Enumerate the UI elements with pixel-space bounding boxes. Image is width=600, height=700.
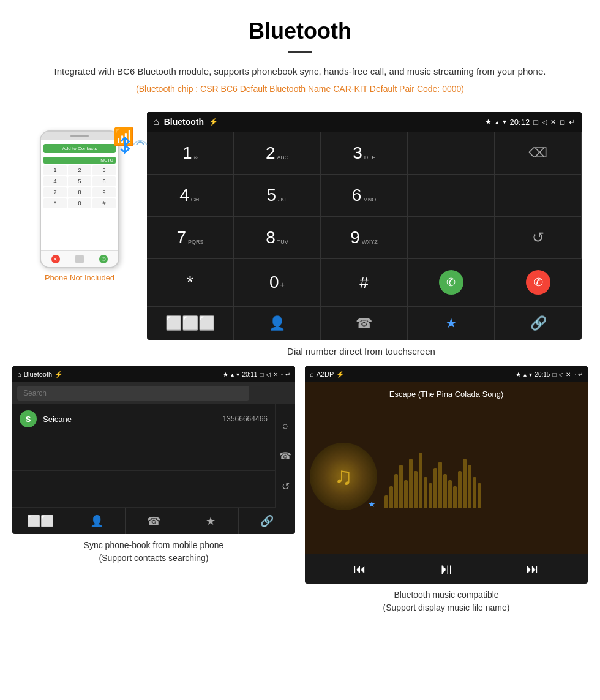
phonebook-right-actions: ⌕ ☎ ↺	[275, 404, 295, 508]
phonebook-search-input[interactable]	[17, 386, 249, 401]
pb-x-icon: ✕	[273, 371, 278, 378]
dial-key-1[interactable]: 1∞	[147, 132, 234, 175]
phonebook-contact-name: Seicane	[43, 415, 223, 424]
ms-back-icon: ↵	[578, 371, 583, 378]
dial-key-7[interactable]: 7PQRS	[147, 217, 234, 259]
home-icon: ⌂	[153, 116, 159, 127]
dial-key-8[interactable]: 8TUV	[234, 217, 321, 259]
bottom-screenshots: ⌂ Bluetooth ⚡ ★ ▴ ▾ 20:11 □ ◁ ✕ ▫ ↵	[0, 366, 600, 627]
phonebook-screen[interactable]: ⌂ Bluetooth ⚡ ★ ▴ ▾ 20:11 □ ◁ ✕ ▫ ↵	[12, 366, 295, 534]
music-block: ⌂ A2DP ⚡ ★ ▴ ▾ 20:15 □ ◁ ✕ ▫ ↵ Esc	[305, 366, 588, 614]
nav-person-btn[interactable]: 👤	[234, 307, 321, 340]
header-divider	[288, 51, 312, 53]
pb-refresh-action-icon[interactable]: ↺	[279, 481, 291, 492]
phonebook-empty-row-2	[12, 471, 275, 508]
music-song-name: Escape (The Pina Colada Song)	[389, 390, 503, 399]
dial-time: 20:12	[510, 118, 530, 127]
pb-app-name: Bluetooth	[24, 371, 52, 378]
pb-status-right: ★ ▴ ▾ 20:11 □ ◁ ✕ ▫ ↵	[223, 371, 290, 378]
nav-bluetooth-btn[interactable]: ★	[408, 307, 495, 340]
music-disc: ♫	[310, 443, 377, 510]
phonebook-caption: Sync phone-book from mobile phone (Suppo…	[12, 534, 295, 565]
eq-bar	[394, 474, 398, 508]
eq-bar	[429, 483, 432, 508]
eq-bar	[458, 471, 462, 508]
dial-key-5[interactable]: 5JKL	[234, 175, 321, 217]
pb-nav-phone[interactable]: ☎	[126, 508, 182, 534]
music-prev-btn[interactable]: ⏮	[354, 562, 366, 576]
phonebook-contact-row[interactable]: S Seicane 13566664466	[12, 404, 275, 434]
ms-app-name: A2DP	[317, 371, 334, 378]
dial-key-hash[interactable]: #	[321, 259, 408, 306]
dial-call-red-btn[interactable]: ✆	[495, 259, 582, 306]
location-icon: ▴	[495, 118, 499, 126]
ms-status-right: ★ ▴ ▾ 20:15 □ ◁ ✕ ▫ ↵	[516, 371, 583, 378]
volume-icon: ◁	[542, 118, 547, 126]
pb-search-action-icon[interactable]: ⌕	[279, 420, 291, 431]
back-icon: ↵	[569, 118, 576, 127]
pb-nav-person[interactable]: 👤	[69, 508, 126, 534]
phonebook-contacts: S Seicane 13566664466	[12, 404, 275, 508]
ms-loc-icon: ▴	[523, 371, 527, 378]
music-controls[interactable]: ⏮ ⏯ ⏭	[305, 554, 588, 584]
pb-nav-bt[interactable]: ★	[182, 508, 239, 534]
dialpad-grid[interactable]: 1∞ 2ABC 3DEF ⌫ 4GHI 5JKL	[147, 132, 582, 306]
phonebook-avatar: S	[20, 410, 37, 427]
dial-call-green-btn[interactable]: ✆	[408, 259, 495, 306]
pb-wifi-icon: ▾	[236, 371, 239, 378]
eq-bar	[443, 474, 447, 508]
phone-dialpad: 123 456 789 *0#	[43, 165, 116, 208]
music-screen[interactable]: ⌂ A2DP ⚡ ★ ▴ ▾ 20:15 □ ◁ ✕ ▫ ↵ Esc	[305, 366, 588, 584]
dial-key-6[interactable]: 6MNO	[321, 175, 408, 217]
ms-status-left: ⌂ A2DP ⚡	[310, 371, 345, 378]
dial-empty-1	[408, 132, 495, 175]
music-next-btn[interactable]: ⏭	[527, 562, 539, 576]
pb-time: 20:11	[242, 371, 257, 378]
dial-status-right: ★ ▴ ▾ 20:12 □ ◁ ✕ ◻ ↵	[485, 118, 576, 127]
eq-bar	[389, 486, 393, 508]
page-header: Bluetooth Integrated with BC6 Bluetooth …	[0, 0, 600, 106]
eq-bar	[438, 462, 442, 508]
dial-refresh-btn[interactable]: ↺	[495, 217, 582, 259]
wifi-icon: ▾	[503, 118, 506, 126]
svg-marker-1	[125, 138, 129, 145]
dial-empty-2	[408, 175, 495, 217]
phonebook-bottom-nav[interactable]: ⬜⬜ 👤 ☎ ★ 🔗	[12, 508, 295, 534]
header-description: Integrated with BC6 Bluetooth module, su…	[37, 64, 563, 79]
music-play-pause-btn[interactable]: ⏯	[439, 560, 454, 578]
pb-status-left: ⌂ Bluetooth ⚡	[17, 371, 63, 378]
eq-bar	[448, 480, 452, 508]
ms-time: 20:15	[534, 371, 550, 378]
dial-key-star[interactable]: *	[147, 259, 234, 306]
phonebook-empty-row-1	[12, 434, 275, 471]
dial-key-3[interactable]: 3DEF	[321, 132, 408, 175]
dial-key-0[interactable]: 0 +	[234, 259, 321, 306]
pb-sq-icon: ▫	[280, 371, 283, 378]
music-note-icon: ♫	[334, 462, 353, 490]
phone-moto-label: MOTO	[43, 157, 116, 164]
eq-bar	[463, 459, 467, 508]
pb-call-action-icon[interactable]: ☎	[279, 450, 291, 462]
pb-nav-grid[interactable]: ⬜⬜	[12, 508, 69, 534]
music-caption: Bluetooth music compatible (Support disp…	[305, 584, 588, 614]
nav-phone-btn[interactable]: ☎	[321, 307, 408, 340]
dial-key-4[interactable]: 4GHI	[147, 175, 234, 217]
ms-usb-icon: ⚡	[336, 371, 345, 378]
dial-backspace-btn[interactable]: ⌫	[495, 132, 582, 175]
dial-status-bar: ⌂ Bluetooth ⚡ ★ ▴ ▾ 20:12 □ ◁ ✕ ◻ ↵	[147, 112, 582, 132]
signal-arcs-icon	[132, 134, 150, 155]
dial-key-9[interactable]: 9WXYZ	[321, 217, 408, 259]
eq-bar	[478, 483, 481, 508]
phonebook-search-bar[interactable]	[12, 382, 295, 404]
nav-link-btn[interactable]: 🔗	[495, 307, 582, 340]
dial-bottom-nav[interactable]: ⬜⬜⬜ 👤 ☎ ★ 🔗	[147, 306, 582, 340]
phone-not-included-label: Phone Not Included	[45, 273, 114, 282]
pb-nav-link[interactable]: 🔗	[239, 508, 295, 534]
phonebook-status-bar: ⌂ Bluetooth ⚡ ★ ▴ ▾ 20:11 □ ◁ ✕ ▫ ↵	[12, 366, 295, 382]
ms-x-icon: ✕	[566, 371, 571, 378]
dial-key-2[interactable]: 2ABC	[234, 132, 321, 175]
dial-android-screen[interactable]: ⌂ Bluetooth ⚡ ★ ▴ ▾ 20:12 □ ◁ ✕ ◻ ↵	[147, 112, 582, 340]
camera-icon: □	[533, 118, 538, 127]
nav-grid-btn[interactable]: ⬜⬜⬜	[147, 307, 234, 340]
music-status-bar: ⌂ A2DP ⚡ ★ ▴ ▾ 20:15 □ ◁ ✕ ▫ ↵	[305, 366, 588, 382]
